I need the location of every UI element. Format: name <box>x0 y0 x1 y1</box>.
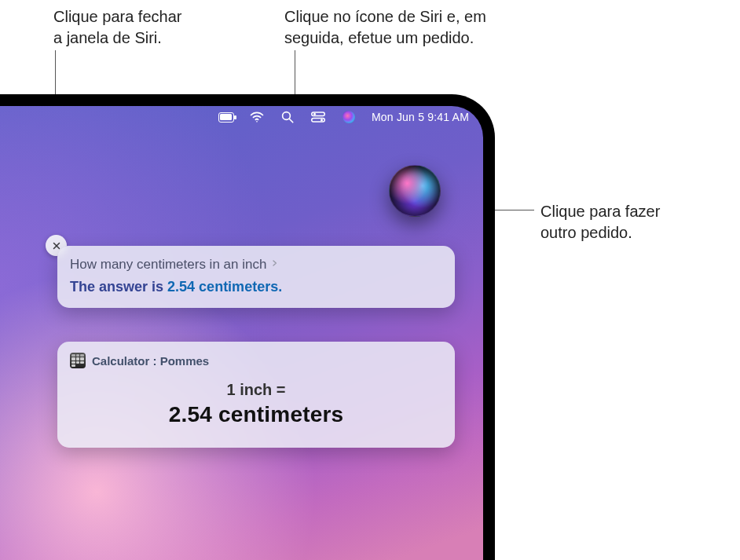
control-center-icon[interactable] <box>310 109 326 125</box>
calculator-header: Calculator : Pommes <box>70 353 442 368</box>
siri-orb-button[interactable] <box>389 165 441 217</box>
battery-icon[interactable] <box>218 109 234 125</box>
chevron-right-icon <box>271 257 278 273</box>
calculator-answer: 2.54 centimeters <box>70 402 442 427</box>
wifi-icon[interactable] <box>249 109 265 125</box>
svg-point-0 <box>256 121 258 123</box>
svg-point-6 <box>321 119 323 121</box>
callout-menu-siri: Clique no ícone de Siri e, em seguida, e… <box>284 6 486 49</box>
device-frame: Mon Jun 5 9:41 AM How many centimeters i… <box>0 94 495 560</box>
answer-lead: The answer is <box>70 279 167 295</box>
close-icon <box>52 241 61 251</box>
menu-bar: Mon Jun 5 9:41 AM <box>0 106 483 128</box>
siri-query-row[interactable]: How many centimeters in an inch <box>70 257 442 273</box>
answer-value: 2.54 <box>167 279 195 295</box>
siri-menu-icon[interactable] <box>341 109 357 125</box>
calculator-header-text: Calculator : Pommes <box>92 354 209 368</box>
svg-point-4 <box>313 113 316 115</box>
answer-unit: centimeters. <box>195 279 282 295</box>
search-icon[interactable] <box>280 109 295 125</box>
callout-close-siri: Clique para fechar a janela de Siri. <box>53 6 181 49</box>
siri-answer-text: The answer is 2.54 centimeters. <box>70 279 442 295</box>
siri-answer-panel: How many centimeters in an inch The answ… <box>57 246 455 308</box>
calculator-question: 1 inch = <box>70 381 442 399</box>
calculator-app-icon <box>70 353 86 368</box>
siri-query-text: How many centimeters in an inch <box>70 257 266 273</box>
desktop: Mon Jun 5 9:41 AM How many centimeters i… <box>0 106 483 560</box>
menu-bar-datetime[interactable]: Mon Jun 5 9:41 AM <box>372 111 469 123</box>
calculator-panel: Calculator : Pommes 1 inch = 2.54 centim… <box>57 342 455 448</box>
svg-line-2 <box>289 119 293 123</box>
callout-close-siri-text: Clique para fechar a janela de Siri. <box>53 8 181 46</box>
callout-siri-orb-text: Clique para fazer outro pedido. <box>540 203 660 241</box>
callout-siri-orb: Clique para fazer outro pedido. <box>540 201 660 243</box>
callout-menu-siri-text: Clique no ícone de Siri e, em seguida, e… <box>284 8 486 46</box>
